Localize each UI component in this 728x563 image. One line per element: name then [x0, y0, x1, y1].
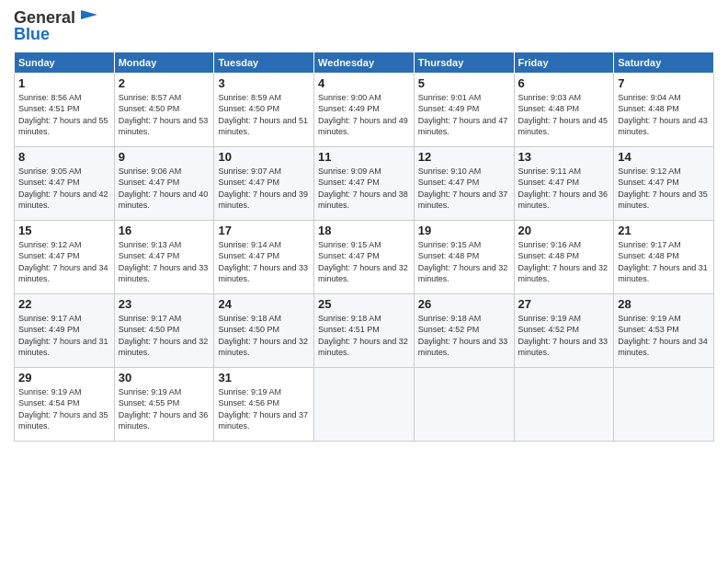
daylight: Daylight: 7 hours and 31 minutes.: [18, 337, 108, 358]
sunrise: Sunrise: 9:04 AM: [618, 93, 681, 102]
daylight: Daylight: 7 hours and 53 minutes.: [119, 116, 209, 137]
day-number: 5: [418, 76, 510, 90]
day-info: Sunrise: 9:00 AM Sunset: 4:49 PM Dayligh…: [318, 92, 410, 138]
header-row: Sunday Monday Tuesday Wednesday Thursday…: [15, 52, 714, 73]
daylight: Daylight: 7 hours and 34 minutes.: [618, 337, 708, 358]
daylight: Daylight: 7 hours and 35 minutes.: [18, 410, 108, 431]
daylight: Daylight: 7 hours and 31 minutes.: [618, 263, 708, 284]
daylight: Daylight: 7 hours and 35 minutes.: [618, 190, 708, 211]
calendar-cell: 23 Sunrise: 9:17 AM Sunset: 4:50 PM Dayl…: [114, 293, 214, 367]
day-number: 7: [618, 76, 710, 90]
calendar-cell: 2 Sunrise: 8:57 AM Sunset: 4:50 PM Dayli…: [114, 73, 214, 146]
day-info: Sunrise: 9:12 AM Sunset: 4:47 PM Dayligh…: [18, 239, 110, 285]
calendar-cell: 5 Sunrise: 9:01 AM Sunset: 4:49 PM Dayli…: [414, 73, 514, 146]
week-row-4: 29 Sunrise: 9:19 AM Sunset: 4:54 PM Dayl…: [15, 367, 714, 441]
calendar-cell: 28 Sunrise: 9:19 AM Sunset: 4:53 PM Dayl…: [614, 293, 714, 367]
day-info: Sunrise: 9:17 AM Sunset: 4:48 PM Dayligh…: [618, 239, 710, 285]
day-number: 13: [518, 150, 610, 164]
day-info: Sunrise: 8:59 AM Sunset: 4:50 PM Dayligh…: [218, 92, 310, 138]
day-info: Sunrise: 9:19 AM Sunset: 4:56 PM Dayligh…: [218, 386, 310, 432]
calendar-cell: 25 Sunrise: 9:18 AM Sunset: 4:51 PM Dayl…: [314, 293, 415, 367]
daylight: Daylight: 7 hours and 51 minutes.: [218, 116, 308, 137]
day-info: Sunrise: 9:19 AM Sunset: 4:53 PM Dayligh…: [618, 313, 710, 359]
calendar-cell: 13 Sunrise: 9:11 AM Sunset: 4:47 PM Dayl…: [514, 146, 614, 220]
daylight: Daylight: 7 hours and 38 minutes.: [318, 190, 408, 211]
sunset: Sunset: 4:48 PM: [618, 104, 679, 113]
day-number: 17: [218, 224, 310, 237]
sunset: Sunset: 4:48 PM: [518, 104, 580, 113]
sunset: Sunset: 4:50 PM: [218, 104, 279, 113]
day-info: Sunrise: 9:19 AM Sunset: 4:55 PM Dayligh…: [119, 386, 210, 432]
daylight: Daylight: 7 hours and 32 minutes.: [318, 337, 408, 358]
daylight: Daylight: 7 hours and 32 minutes.: [418, 263, 508, 284]
sunset: Sunset: 4:52 PM: [518, 325, 580, 334]
calendar-cell: 31 Sunrise: 9:19 AM Sunset: 4:56 PM Dayl…: [214, 367, 314, 441]
day-number: 22: [18, 297, 110, 311]
sunset: Sunset: 4:47 PM: [119, 251, 180, 260]
day-number: 2: [119, 76, 210, 90]
daylight: Daylight: 7 hours and 34 minutes.: [18, 263, 108, 284]
sunset: Sunset: 4:55 PM: [119, 398, 180, 408]
sunset: Sunset: 4:48 PM: [618, 251, 679, 260]
day-info: Sunrise: 9:13 AM Sunset: 4:47 PM Dayligh…: [119, 239, 210, 285]
day-number: 8: [18, 150, 110, 164]
sunset: Sunset: 4:47 PM: [218, 251, 279, 260]
daylight: Daylight: 7 hours and 37 minutes.: [418, 190, 508, 211]
sunset: Sunset: 4:47 PM: [418, 178, 480, 187]
day-number: 15: [18, 224, 110, 237]
day-number: 16: [119, 224, 210, 237]
sunrise: Sunrise: 9:12 AM: [618, 167, 681, 176]
sunrise: Sunrise: 9:05 AM: [18, 167, 82, 176]
day-info: Sunrise: 9:14 AM Sunset: 4:47 PM Dayligh…: [218, 239, 310, 285]
sunset: Sunset: 4:53 PM: [618, 325, 679, 334]
day-info: Sunrise: 9:17 AM Sunset: 4:49 PM Dayligh…: [18, 313, 110, 359]
sunset: Sunset: 4:52 PM: [418, 325, 480, 334]
daylight: Daylight: 7 hours and 33 minutes.: [418, 337, 508, 358]
sunrise: Sunrise: 8:56 AM: [18, 93, 82, 102]
sunset: Sunset: 4:50 PM: [119, 325, 180, 334]
day-number: 9: [119, 150, 210, 164]
sunset: Sunset: 4:50 PM: [218, 325, 279, 334]
daylight: Daylight: 7 hours and 49 minutes.: [318, 116, 408, 137]
sunset: Sunset: 4:56 PM: [218, 398, 279, 408]
sunrise: Sunrise: 9:07 AM: [218, 167, 281, 176]
day-number: 4: [318, 76, 410, 90]
day-number: 1: [18, 76, 110, 90]
sunrise: Sunrise: 9:06 AM: [119, 167, 182, 176]
sunrise: Sunrise: 9:19 AM: [119, 387, 182, 396]
day-info: Sunrise: 9:18 AM Sunset: 4:52 PM Dayligh…: [418, 313, 510, 359]
sunrise: Sunrise: 9:12 AM: [18, 240, 82, 249]
day-info: Sunrise: 9:15 AM Sunset: 4:48 PM Dayligh…: [418, 239, 510, 285]
day-number: 27: [518, 297, 610, 311]
calendar-cell: 22 Sunrise: 9:17 AM Sunset: 4:49 PM Dayl…: [15, 293, 115, 367]
day-info: Sunrise: 9:19 AM Sunset: 4:54 PM Dayligh…: [18, 386, 110, 432]
daylight: Daylight: 7 hours and 32 minutes.: [518, 263, 609, 284]
sunset: Sunset: 4:48 PM: [518, 251, 580, 260]
daylight: Daylight: 7 hours and 42 minutes.: [18, 190, 108, 211]
calendar-cell: 19 Sunrise: 9:15 AM Sunset: 4:48 PM Dayl…: [414, 220, 514, 293]
sunset: Sunset: 4:51 PM: [18, 104, 80, 113]
calendar-cell: 15 Sunrise: 9:12 AM Sunset: 4:47 PM Dayl…: [15, 220, 115, 293]
day-info: Sunrise: 8:56 AM Sunset: 4:51 PM Dayligh…: [18, 92, 110, 138]
daylight: Daylight: 7 hours and 32 minutes.: [119, 337, 209, 358]
calendar-cell: 29 Sunrise: 9:19 AM Sunset: 4:54 PM Dayl…: [15, 367, 115, 441]
sunrise: Sunrise: 9:18 AM: [218, 314, 281, 323]
week-row-1: 8 Sunrise: 9:05 AM Sunset: 4:47 PM Dayli…: [15, 146, 714, 220]
sunrise: Sunrise: 9:01 AM: [418, 93, 482, 102]
calendar-cell: 18 Sunrise: 9:15 AM Sunset: 4:47 PM Dayl…: [314, 220, 415, 293]
day-number: 19: [418, 224, 510, 237]
calendar-table: Sunday Monday Tuesday Wednesday Thursday…: [14, 52, 714, 442]
daylight: Daylight: 7 hours and 32 minutes.: [318, 263, 408, 284]
calendar-cell: 3 Sunrise: 8:59 AM Sunset: 4:50 PM Dayli…: [214, 73, 314, 146]
svg-marker-0: [81, 10, 97, 19]
calendar-page: General Blue Sunday Monday Tuesday Wedne…: [0, 0, 728, 563]
sunset: Sunset: 4:47 PM: [18, 251, 80, 260]
sunrise: Sunrise: 9:10 AM: [418, 167, 482, 176]
calendar-cell: 26 Sunrise: 9:18 AM Sunset: 4:52 PM Dayl…: [414, 293, 514, 367]
calendar-cell: 12 Sunrise: 9:10 AM Sunset: 4:47 PM Dayl…: [414, 146, 514, 220]
sunrise: Sunrise: 9:15 AM: [318, 240, 381, 249]
day-info: Sunrise: 9:12 AM Sunset: 4:47 PM Dayligh…: [618, 166, 710, 212]
sunrise: Sunrise: 9:15 AM: [418, 240, 482, 249]
calendar-cell: 9 Sunrise: 9:06 AM Sunset: 4:47 PM Dayli…: [114, 146, 214, 220]
daylight: Daylight: 7 hours and 33 minutes.: [119, 263, 209, 284]
